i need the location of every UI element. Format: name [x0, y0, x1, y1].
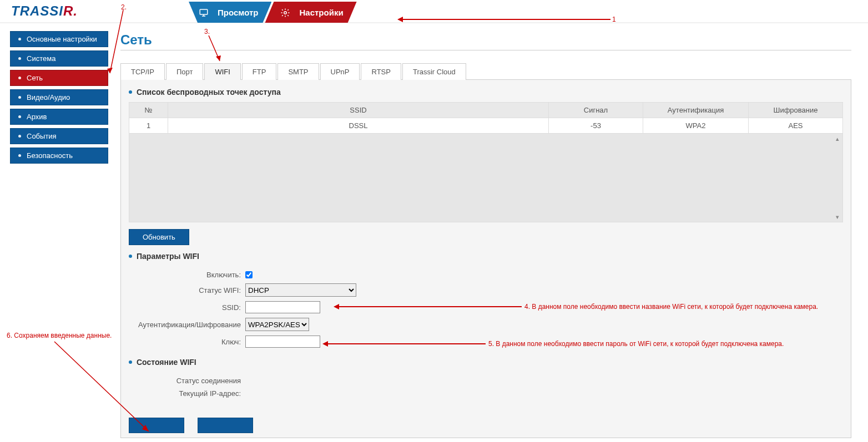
ssid-input[interactable] — [245, 301, 320, 313]
tab-settings-label: Настройки — [299, 8, 343, 17]
sidebar-item-video-audio[interactable]: Видео/Аудио — [10, 89, 108, 105]
subtab-upnp[interactable]: UPnP — [320, 63, 360, 80]
header: TRASSIR. Просмотр Настройки — [0, 0, 868, 23]
bullet-icon — [18, 135, 21, 138]
subtab-label: Порт — [176, 68, 193, 76]
subtab-label: WIFI — [215, 68, 230, 76]
logo-dot: . — [73, 3, 78, 18]
logo-part1: TRASS — [11, 3, 59, 18]
subtab-label: SMTP — [288, 68, 308, 76]
scroll-up-icon[interactable]: ▴ — [834, 135, 841, 143]
bullet-icon — [18, 57, 21, 60]
bullet-icon — [18, 38, 21, 40]
bullet-icon — [18, 154, 21, 157]
dot-icon — [129, 255, 132, 258]
wifi-params-form: Включить: Статус WIFI: DHCP SSID: Аутент… — [121, 271, 851, 358]
cell-auth: WPA2 — [643, 118, 749, 134]
sidebar-item-network[interactable]: Сеть — [10, 70, 108, 86]
sidebar-item-label: Основные настройки — [27, 35, 97, 43]
section-wifi-state-header: Состояние WIFI — [121, 358, 851, 372]
bullet-icon — [18, 115, 21, 118]
main-content: Сеть TCP/IP Порт WIFI FTP SMTP UPnP RTSP… — [108, 23, 868, 438]
sub-tabs: TCP/IP Порт WIFI FTP SMTP UPnP RTSP Tras… — [120, 63, 851, 79]
svg-point-3 — [284, 11, 287, 14]
tab-view-label: Просмотр — [218, 8, 258, 17]
tab-view[interactable]: Просмотр — [189, 2, 271, 23]
sidebar-item-main-settings[interactable]: Основные настройки — [10, 31, 108, 47]
ssid-label: SSID: — [129, 303, 245, 312]
subtab-ftp[interactable]: FTP — [242, 63, 277, 80]
col-ssid: SSID — [168, 103, 549, 118]
bullet-icon — [18, 96, 21, 99]
section-title: Параметры WIFI — [137, 252, 199, 261]
table-row[interactable]: 1 DSSL -53 WPA2 AES — [129, 118, 843, 134]
logo-part2: I — [59, 3, 63, 18]
enable-label: Включить: — [129, 271, 245, 279]
key-input[interactable] — [245, 336, 320, 348]
subtab-label: FTP — [253, 68, 266, 76]
bottom-buttons — [121, 408, 851, 438]
sidebar-item-security[interactable]: Безопасность — [10, 148, 108, 164]
sidebar-item-label: Сеть — [27, 74, 43, 82]
logo: TRASSIR. — [11, 3, 78, 19]
sidebar-item-label: Видео/Аудио — [27, 93, 70, 101]
section-title: Состояние WIFI — [137, 358, 196, 367]
subtab-trassir-cloud[interactable]: Trassir Cloud — [402, 63, 466, 80]
logo-part3: R — [63, 3, 73, 18]
sidebar-item-events[interactable]: События — [10, 128, 108, 144]
scroll-down-icon[interactable]: ▾ — [834, 213, 841, 221]
button-label: Обновить — [143, 233, 175, 241]
subtab-label: TCP/IP — [131, 68, 154, 76]
subtab-rtsp[interactable]: RTSP — [361, 63, 401, 80]
subtab-smtp[interactable]: SMTP — [277, 63, 319, 80]
sidebar-item-label: Архив — [27, 113, 47, 121]
current-ip-label: Текущий IP-адрес: — [129, 389, 245, 398]
gear-icon — [280, 7, 295, 17]
cell-no: 1 — [129, 118, 168, 134]
section-wifi-list-header: Список беспроводных точек доступа — [121, 88, 851, 102]
auth-enc-select[interactable]: WPA2PSK/AES — [245, 318, 309, 331]
auth-enc-label: Аутентификация/Шифрование — [129, 321, 245, 329]
sidebar-item-system[interactable]: Система — [10, 50, 108, 67]
section-wifi-params-header: Параметры WIFI — [121, 252, 851, 266]
divider — [120, 50, 851, 50]
subtab-wifi[interactable]: WIFI — [204, 63, 240, 80]
cell-signal: -53 — [549, 118, 643, 134]
save-button[interactable] — [129, 418, 184, 433]
refresh-button[interactable]: Обновить — [129, 229, 189, 245]
page-title: Сеть — [120, 32, 851, 48]
col-signal: Сигнал — [549, 103, 643, 118]
sidebar-item-label: События — [27, 132, 57, 140]
section-title: Список беспроводных точек доступа — [137, 88, 281, 96]
wifi-ap-table: № SSID Сигнал Аутентификация Шифрование … — [129, 102, 843, 134]
wifi-panel: Список беспроводных точек доступа № SSID… — [120, 79, 851, 438]
enable-checkbox[interactable] — [245, 271, 253, 278]
subtab-port[interactable]: Порт — [166, 63, 203, 80]
wifi-status-select[interactable]: DHCP — [245, 283, 356, 297]
top-nav: Просмотр Настройки — [189, 0, 350, 23]
conn-status-label: Статус соединения — [129, 377, 245, 385]
subtab-tcpip[interactable]: TCP/IP — [120, 63, 165, 80]
tab-settings[interactable]: Настройки — [265, 2, 356, 23]
sidebar-item-label: Система — [27, 54, 55, 63]
col-enc: Шифрование — [749, 103, 843, 118]
wifi-list-scroll-area[interactable]: ▴ ▾ — [129, 134, 843, 222]
svg-rect-0 — [200, 9, 208, 14]
col-auth: Аутентификация — [643, 103, 749, 118]
dot-icon — [129, 90, 132, 94]
sidebar-item-label: Безопасность — [27, 151, 73, 160]
wifi-status-label: Статус WIFI: — [129, 286, 245, 294]
sidebar-item-archive[interactable]: Архив — [10, 109, 108, 125]
bullet-icon — [18, 77, 21, 79]
wifi-state-form: Статус соединения Текущий IP-адрес: — [121, 377, 851, 408]
second-button[interactable] — [198, 418, 253, 433]
subtab-label: Trassir Cloud — [413, 68, 456, 76]
monitor-icon — [199, 7, 213, 17]
subtab-label: RTSP — [371, 68, 390, 76]
key-label: Ключ: — [129, 338, 245, 346]
sidebar: Основные настройки Система Сеть Видео/Ау… — [0, 23, 108, 438]
dot-icon — [129, 360, 132, 364]
subtab-label: UPnP — [331, 68, 350, 76]
col-no: № — [129, 103, 168, 118]
cell-ssid: DSSL — [168, 118, 549, 134]
